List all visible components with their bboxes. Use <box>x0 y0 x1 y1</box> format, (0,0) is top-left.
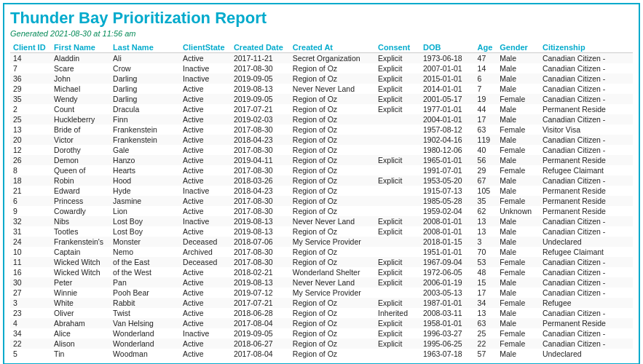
cell-ln: Dracula <box>110 104 180 114</box>
cell-age: 13 <box>475 216 497 226</box>
cell-dob: 1965-01-01 <box>420 155 475 165</box>
cell-age: 22 <box>475 339 497 349</box>
cell-created: 2017-08-30 <box>231 206 290 216</box>
cell-at: Never Never Land <box>290 277 375 288</box>
cell-created: 2017-08-30 <box>231 145 290 155</box>
cell-id: 26 <box>10 155 51 165</box>
cell-age: 13 <box>475 226 497 237</box>
cell-at: Never Never Land <box>290 84 375 94</box>
report-container: Thunder Bay Prioritization Report Genera… <box>3 3 640 364</box>
cell-ln: Ali <box>110 53 180 64</box>
cell-cit: Canadian Citizen - <box>540 74 633 84</box>
cell-dob: 1985-05-28 <box>420 196 475 206</box>
cell-consent: Explicit <box>375 339 420 349</box>
col-header-fn: First Name <box>51 42 110 53</box>
cell-ln: Wonderland <box>110 339 180 349</box>
cell-consent: Explicit <box>375 84 420 94</box>
cell-gender: Male <box>497 226 540 237</box>
table-row: 27WinniePooh BearActive2019-07-12My Serv… <box>10 288 633 298</box>
cell-created: 2017-08-30 <box>231 165 290 175</box>
cell-age: 7 <box>475 84 497 94</box>
cell-cit: Canadian Citizen - <box>540 84 633 94</box>
table-row: 36JohnDarlingInactive2019-09-05Region of… <box>10 74 633 84</box>
cell-state: Deceased <box>180 237 231 247</box>
cell-consent <box>375 124 420 135</box>
cell-ln: Hyde <box>110 186 180 196</box>
cell-at: Region of Oz <box>290 114 375 124</box>
cell-created: 2019-09-05 <box>231 74 290 84</box>
cell-at: My Service Provider <box>290 237 375 247</box>
table-row: 22AlisonWonderlandActive2018-06-27Region… <box>10 339 633 349</box>
table-row: 3WhiteRabbitActive2017-07-21Region of Oz… <box>10 298 633 308</box>
cell-cit: Canadian Citizen - <box>540 226 633 237</box>
cell-state: Active <box>180 196 231 206</box>
cell-cit: Canadian Citizen - <box>540 339 633 349</box>
cell-state: Active <box>180 175 231 186</box>
cell-state: Active <box>180 226 231 237</box>
cell-fn: Aladdin <box>51 53 110 64</box>
table-row: 23OliverTwistActive2018-06-28Region of O… <box>10 308 633 318</box>
cell-id: 6 <box>10 196 51 206</box>
table-row: 4AbrahamVan HelsingActive2017-08-04Regio… <box>10 318 633 328</box>
cell-consent <box>375 237 420 247</box>
cell-ln: Gale <box>110 145 180 155</box>
cell-fn: Tootles <box>51 226 110 237</box>
cell-fn: Victor <box>51 135 110 145</box>
cell-cit: Canadian Citizen - <box>540 267 633 277</box>
cell-gender: Female <box>497 328 540 339</box>
cell-created: 2019-09-05 <box>231 94 290 104</box>
cell-ln: Jasmine <box>110 196 180 206</box>
cell-fn: Demon <box>51 155 110 165</box>
cell-at: Region of Oz <box>290 124 375 135</box>
cell-gender: Female <box>497 145 540 155</box>
cell-fn: Wendy <box>51 94 110 104</box>
cell-gender: Male <box>497 135 540 145</box>
cell-id: 35 <box>10 94 51 104</box>
cell-cit: Refugee Claimant <box>540 247 633 257</box>
cell-dob: 1977-01-01 <box>420 104 475 114</box>
cell-consent: Explicit <box>375 216 420 226</box>
cell-dob: 2008-03-11 <box>420 308 475 318</box>
cell-cit: Canadian Citizen - <box>540 308 633 318</box>
cell-at: Region of Oz <box>290 165 375 175</box>
cell-id: 10 <box>10 247 51 257</box>
cell-id: 5 <box>10 349 51 359</box>
cell-fn: John <box>51 74 110 84</box>
cell-state: Inactive <box>180 74 231 84</box>
cell-at: Region of Oz <box>290 145 375 155</box>
cell-fn: Robin <box>51 175 110 186</box>
cell-created: 2017-07-21 <box>231 104 290 114</box>
table-row: 13Bride ofFrankensteinActive2017-08-30Re… <box>10 124 633 135</box>
cell-created: 2018-04-23 <box>231 186 290 196</box>
cell-at: Wonderland Shelter <box>290 267 375 277</box>
cell-gender: Female <box>497 165 540 175</box>
cell-age: 119 <box>475 135 497 145</box>
cell-state: Active <box>180 124 231 135</box>
cell-created: 2018-06-28 <box>231 308 290 318</box>
cell-state: Active <box>180 277 231 288</box>
cell-fn: Cowardly <box>51 206 110 216</box>
cell-age: 47 <box>475 53 497 64</box>
cell-state: Active <box>180 104 231 114</box>
cell-dob: 1995-06-25 <box>420 339 475 349</box>
cell-fn: Huckleberry <box>51 114 110 124</box>
cell-ln: Pan <box>110 277 180 288</box>
cell-cit: Canadian Citizen - <box>540 216 633 226</box>
cell-created: 2018-03-26 <box>231 175 290 186</box>
cell-gender: Male <box>497 216 540 226</box>
cell-cit: Canadian Citizen - <box>540 145 633 155</box>
table-row: 24Frankenstein'sMonsterDeceased2018-07-0… <box>10 237 633 247</box>
cell-age: 105 <box>475 186 497 196</box>
cell-at: Region of Oz <box>290 298 375 308</box>
cell-consent: Explicit <box>375 257 420 267</box>
cell-cit: Permanent Reside <box>540 196 633 206</box>
cell-id: 27 <box>10 288 51 298</box>
cell-cit: Refugee Claimant <box>540 165 633 175</box>
cell-id: 20 <box>10 135 51 145</box>
cell-dob: 2001-05-17 <box>420 94 475 104</box>
cell-created: 2017-07-21 <box>231 298 290 308</box>
cell-consent: Explicit <box>375 298 420 308</box>
cell-age: 53 <box>475 257 497 267</box>
cell-ln: Hood <box>110 175 180 186</box>
cell-dob: 1957-08-12 <box>420 124 475 135</box>
